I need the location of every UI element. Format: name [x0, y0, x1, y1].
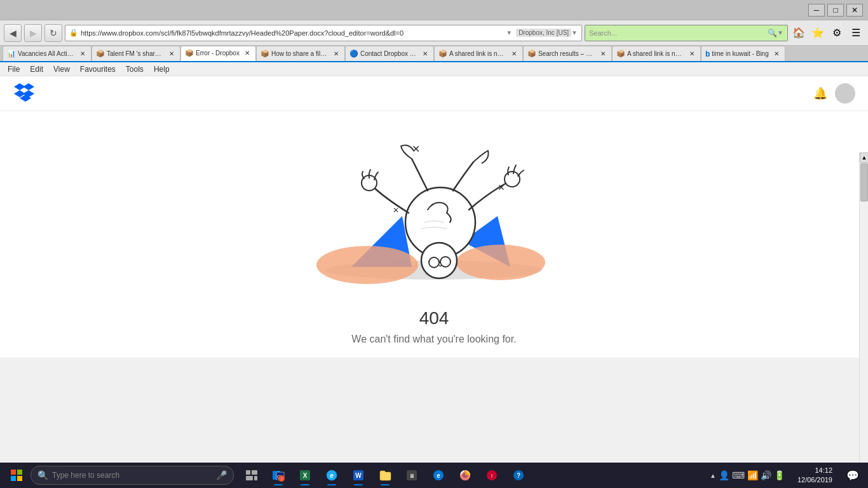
taskbar-user-icon[interactable]: 👤: [719, 470, 729, 480]
tab-icon-search: 📦: [527, 50, 536, 58]
address-bar[interactable]: 🔒 https://www.dropbox.com/scl/fi/fk87l5v…: [65, 25, 582, 41]
menu-file[interactable]: File: [3, 64, 25, 75]
svg-text:W: W: [355, 472, 362, 479]
scrollbar-thumb[interactable]: [860, 163, 868, 201]
taskbar-apps: OL ! X e W: [239, 464, 531, 487]
tab-label-bing: time in kuwait - Bing: [712, 50, 768, 57]
tab-vacancies[interactable]: 📊 Vacancies All Active ... ✕: [3, 46, 92, 61]
tab-talent[interactable]: 📦 Talent FM 's shared w... ✕: [92, 46, 180, 61]
tab-close-contact[interactable]: ✕: [421, 50, 430, 58]
tab-icon-error: 📦: [185, 49, 194, 57]
tab-label-error: Error - Dropbox: [196, 50, 240, 57]
taskbar-up-arrow[interactable]: ▲: [710, 472, 716, 479]
taskbar-mic-icon: 🎤: [216, 470, 227, 480]
close-button[interactable]: ✕: [846, 4, 863, 17]
menu-tools[interactable]: Tools: [121, 64, 149, 75]
notification-center-button[interactable]: 💬: [841, 464, 864, 487]
menu-help[interactable]: Help: [149, 64, 175, 75]
taskbar-edge[interactable]: e: [426, 464, 451, 487]
tab-close-shared-2[interactable]: ✕: [688, 50, 696, 58]
tab-close-how-to-share[interactable]: ✕: [332, 50, 341, 58]
taskbar-excel[interactable]: X: [292, 464, 318, 487]
taskbar-support[interactable]: !: [479, 464, 505, 487]
tab-close-vacancies[interactable]: ✕: [78, 50, 87, 58]
forward-button[interactable]: ▶: [24, 24, 42, 42]
svg-text:e: e: [330, 472, 334, 479]
svg-text:✕: ✕: [393, 206, 399, 215]
tab-close-bing[interactable]: ✕: [772, 50, 781, 58]
taskbar-app6[interactable]: 🖥: [399, 464, 424, 487]
tab-shared-link-1[interactable]: 📦 A shared link is not w... ✕: [434, 46, 523, 61]
menu-edit[interactable]: Edit: [25, 64, 48, 75]
tab-search-results[interactable]: 📦 Search results – Drop... ✕: [523, 46, 612, 61]
tab-icon-contact: 🔵: [349, 50, 358, 58]
taskbar-help[interactable]: ?: [506, 464, 531, 487]
svg-rect-22: [254, 476, 257, 480]
taskbar-clock[interactable]: 14:12 12/06/2019: [792, 466, 837, 485]
tab-shared-link-2[interactable]: 📦 A shared link is not w... ✕: [612, 46, 701, 61]
svg-rect-21: [246, 476, 253, 480]
taskbar-right: ▲ 👤 ⌨ 📶 🔊 🔋 14:12 12/06/2019 💬: [706, 464, 864, 487]
taskbar-network-icon[interactable]: 📶: [747, 470, 758, 480]
svg-text:X: X: [303, 472, 308, 479]
dropbox-logo: [13, 81, 36, 106]
notification-bell[interactable]: 🔔: [813, 86, 827, 100]
taskbar-time: 14:12: [797, 466, 832, 475]
tab-error-dropbox[interactable]: 📦 Error - Dropbox ✕: [180, 46, 256, 61]
start-button[interactable]: [4, 464, 29, 487]
refresh-button[interactable]: ↻: [44, 24, 62, 42]
taskbar-volume-icon[interactable]: 🔊: [761, 470, 771, 480]
favorites-button[interactable]: ⭐: [810, 25, 826, 41]
svg-point-3: [316, 246, 418, 284]
tabs-bar: 📊 Vacancies All Active ... ✕ 📦 Talent FM…: [0, 46, 868, 62]
svg-rect-15: [11, 470, 16, 475]
task-view-button[interactable]: [239, 464, 264, 487]
error-content: ✕ ✕ ✕ 404 We can't find what you're look…: [0, 111, 868, 358]
tab-close-shared-1[interactable]: ✕: [510, 50, 519, 58]
tab-label-vacancies: Vacancies All Active ...: [18, 50, 75, 57]
dropdown-icon: ▼: [506, 29, 512, 36]
svg-text:e: e: [437, 472, 440, 479]
tab-how-to-share[interactable]: 📦 How to share a file or... ✕: [256, 46, 345, 61]
tab-close-talent[interactable]: ✕: [167, 50, 176, 58]
tab-bing[interactable]: b time in kuwait - Bing ✕: [701, 46, 785, 61]
error-message: We can't find what you're looking for.: [351, 334, 516, 345]
taskbar-battery-icon[interactable]: 🔋: [774, 470, 785, 480]
taskbar-search[interactable]: 🔍 Type here to search 🎤: [31, 466, 234, 485]
tab-label-how-to-share: How to share a file or...: [271, 50, 329, 57]
scrollbar[interactable]: ▲ ▼: [859, 152, 868, 488]
svg-rect-16: [17, 470, 22, 475]
svg-text:🖥: 🖥: [409, 473, 415, 479]
scroll-up-arrow[interactable]: ▲: [860, 152, 868, 163]
taskbar-word[interactable]: W: [346, 464, 371, 487]
svg-point-11: [505, 172, 520, 187]
tab-icon-shared-1: 📦: [438, 50, 447, 58]
settings-button[interactable]: ⚙: [829, 25, 845, 41]
svg-rect-20: [252, 470, 257, 475]
minimize-button[interactable]: ─: [808, 4, 825, 17]
tab-label-shared-2: A shared link is not w...: [627, 50, 684, 57]
menu-view[interactable]: View: [48, 64, 75, 75]
maximize-button[interactable]: □: [827, 4, 844, 17]
tab-close-search[interactable]: ✕: [599, 50, 607, 58]
taskbar-ie[interactable]: e: [319, 464, 344, 487]
address-text: https://www.dropbox.com/scl/fi/fk87l5vbw…: [81, 29, 506, 37]
tab-close-error[interactable]: ✕: [243, 49, 252, 58]
svg-text:✕: ✕: [412, 144, 420, 154]
lock-icon: 🔒: [69, 29, 78, 37]
tab-label-contact: Contact Dropbox sup...: [360, 50, 417, 57]
menu-favourites[interactable]: Favourites: [75, 64, 121, 75]
nav-bar: ◀ ▶ ↻ 🔒 https://www.dropbox.com/scl/fi/f…: [0, 20, 868, 46]
taskbar-files[interactable]: [372, 464, 398, 487]
taskbar-outlook[interactable]: OL !: [266, 464, 291, 487]
search-bar[interactable]: Search... 🔍 ▼: [585, 25, 788, 41]
taskbar-keyboard-icon[interactable]: ⌨: [732, 470, 745, 480]
tab-contact[interactable]: 🔵 Contact Dropbox sup... ✕: [345, 46, 434, 61]
back-button[interactable]: ◀: [4, 24, 22, 42]
taskbar-chrome[interactable]: [452, 464, 478, 487]
provider-dropdown: ▼: [571, 29, 578, 36]
home-button[interactable]: 🏠: [790, 25, 807, 41]
user-avatar[interactable]: [835, 83, 855, 104]
search-input[interactable]: Search...: [589, 29, 768, 37]
tools-button[interactable]: ☰: [848, 25, 864, 41]
